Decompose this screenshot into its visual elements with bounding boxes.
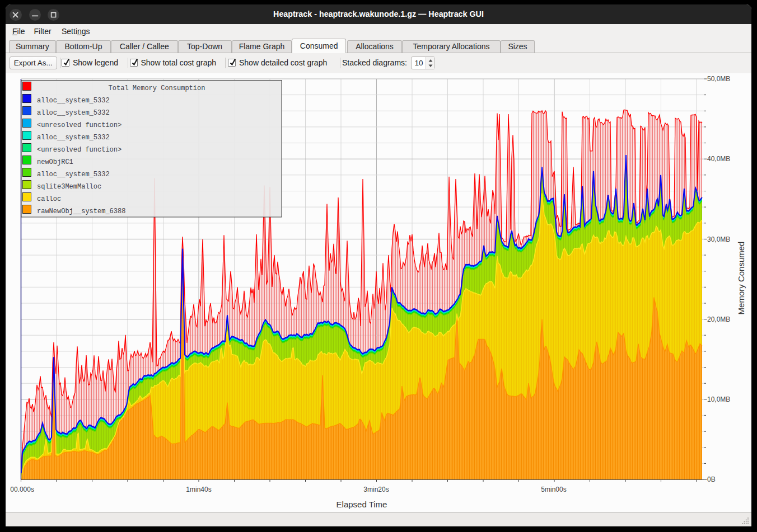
svg-text:sqlite3MemMalloc: sqlite3MemMalloc: [37, 183, 101, 191]
svg-text:rawNewObj__system_6388: rawNewObj__system_6388: [37, 208, 125, 215]
svg-text:alloc__system_5332: alloc__system_5332: [37, 97, 110, 105]
svg-text:0B: 0B: [707, 475, 716, 483]
svg-text:30,0MB: 30,0MB: [707, 236, 730, 243]
svg-text:<unresolved function>: <unresolved function>: [37, 121, 122, 129]
svg-text:Elapsed Time: Elapsed Time: [337, 500, 387, 509]
svg-text:5min00s: 5min00s: [541, 486, 566, 493]
svg-text:alloc__system_5332: alloc__system_5332: [37, 171, 110, 178]
svg-text:20,0MB: 20,0MB: [707, 316, 730, 323]
svg-text:3min20s: 3min20s: [363, 486, 389, 493]
svg-text:40,0MB: 40,0MB: [707, 155, 730, 163]
svg-text:alloc__system_5332: alloc__system_5332: [37, 134, 110, 142]
svg-text:00.000s: 00.000s: [10, 486, 34, 493]
svg-text:1min40s: 1min40s: [186, 486, 211, 493]
svg-text:<unresolved function>: <unresolved function>: [37, 146, 122, 154]
svg-text:calloc: calloc: [37, 195, 61, 203]
svg-text:50,0MB: 50,0MB: [707, 75, 730, 83]
svg-text:Total Memory Consumption: Total Memory Consumption: [109, 84, 205, 92]
svg-text:alloc__system_5332: alloc__system_5332: [37, 109, 110, 117]
svg-text:Memory Consumed: Memory Consumed: [736, 242, 746, 315]
svg-text:10,0MB: 10,0MB: [707, 396, 730, 403]
svg-text:newObjRC1: newObjRC1: [37, 158, 73, 166]
